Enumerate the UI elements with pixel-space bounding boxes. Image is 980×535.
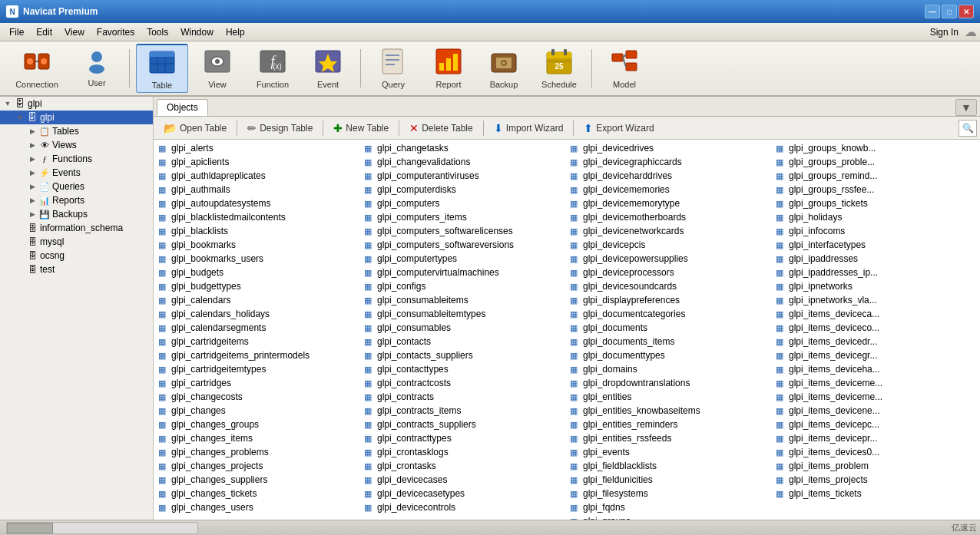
delete-table-button[interactable]: ✕ Delete Table: [402, 119, 480, 137]
new-table-button[interactable]: ✚ New Table: [326, 119, 396, 137]
table-row[interactable]: ▦glpi_groups_remind...: [773, 169, 978, 183]
table-row[interactable]: ▦glpi_items_devicedr...: [773, 335, 978, 348]
model-button[interactable]: Model: [598, 44, 651, 93]
scrollbar[interactable]: [6, 522, 198, 534]
table-row[interactable]: ▦glpi_computers: [361, 196, 567, 210]
search-button[interactable]: 🔍: [958, 120, 977, 137]
table-row[interactable]: ▦glpi_computervirtualmachines: [361, 266, 567, 279]
tree-item-test[interactable]: 🗄 test: [0, 263, 153, 276]
expand-backups[interactable]: ▶: [26, 210, 38, 218]
open-table-button[interactable]: 📂 Open Table: [157, 119, 233, 137]
table-row[interactable]: ▦glpi_documenttypes: [567, 348, 773, 362]
menu-window[interactable]: Window: [174, 25, 220, 40]
table-row[interactable]: ▦glpi_items_deviceme...: [773, 390, 978, 404]
table-row[interactable]: ▦glpi_consumableitemtypes: [361, 307, 567, 321]
table-row[interactable]: ▦glpi_changes_users: [155, 500, 361, 514]
table-row[interactable]: ▦glpi_groups_knowb...: [773, 141, 978, 155]
table-row[interactable]: ▦glpi_groups_tickets: [773, 196, 978, 210]
table-row[interactable]: ▦glpi_alerts: [155, 141, 361, 155]
tree-item-ocsng[interactable]: 🗄 ocsng: [0, 249, 153, 263]
table-row[interactable]: ▦glpi_items_devicepr...: [773, 431, 978, 445]
function-button[interactable]: f(x) Function: [247, 44, 299, 93]
table-row[interactable]: ▦glpi_calendars: [155, 293, 361, 307]
table-row[interactable]: ▦glpi_events: [567, 445, 773, 459]
table-row[interactable]: ▦glpi_groups_rssfee...: [773, 183, 978, 196]
table-row[interactable]: ▦glpi_changes_items: [155, 431, 361, 445]
table-row[interactable]: ▦glpi_devicesoundcards: [567, 279, 773, 293]
expand-glpi-root[interactable]: ▼: [2, 100, 14, 107]
table-row[interactable]: ▦glpi_entities_rssfeeds: [567, 431, 773, 445]
tree-item-backups[interactable]: ▶ 💾 Backups: [0, 207, 153, 221]
table-row[interactable]: ▦glpi_configs: [361, 279, 567, 293]
table-row[interactable]: ▦glpi_computertypes: [361, 252, 567, 266]
table-row[interactable]: ▦glpi_devicepcis: [567, 238, 773, 252]
menu-help[interactable]: Help: [220, 25, 251, 40]
event-button[interactable]: Event: [302, 44, 354, 93]
tree-item-events[interactable]: ▶ ⚡ Events: [0, 166, 153, 180]
table-row[interactable]: ▦glpi_devicenetworkcards: [567, 224, 773, 238]
table-row[interactable]: ▦glpi_ipnetworks: [773, 279, 978, 293]
table-row[interactable]: ▦glpi_items_problem: [773, 459, 978, 473]
tab-objects[interactable]: Objects: [157, 99, 208, 116]
table-row[interactable]: ▦glpi_entities: [567, 390, 773, 404]
export-wizard-button[interactable]: ⬆ Export Wizard: [577, 119, 661, 137]
table-row[interactable]: ▦glpi_contacts: [361, 335, 567, 348]
report-button[interactable]: Report: [422, 44, 475, 93]
design-table-button[interactable]: ✏ Design Table: [240, 119, 319, 137]
table-row[interactable]: ▦glpi_computers_softwareversions: [361, 238, 567, 252]
table-row[interactable]: ▦glpi_changecosts: [155, 390, 361, 404]
table-row[interactable]: ▦glpi_ipaddresses: [773, 252, 978, 266]
table-row[interactable]: ▦glpi_displaypreferences: [567, 293, 773, 307]
tree-item-tables[interactable]: ▶ 📋 Tables: [0, 124, 153, 138]
tree-item-functions[interactable]: ▶ ƒ Functions: [0, 152, 153, 166]
table-row[interactable]: ▦glpi_documentcategories: [567, 307, 773, 321]
schedule-button[interactable]: 25 Schedule: [533, 44, 585, 93]
table-row[interactable]: ▦glpi_bookmarks_users: [155, 252, 361, 266]
table-row[interactable]: ▦glpi_contractcosts: [361, 376, 567, 390]
table-row[interactable]: ▦glpi_filesystems: [567, 487, 773, 500]
table-row[interactable]: ▦glpi_authmails: [155, 183, 361, 196]
query-button[interactable]: Query: [367, 44, 419, 93]
table-row[interactable]: ▦glpi_devicememories: [567, 183, 773, 196]
table-row[interactable]: ▦glpi_contracts_items: [361, 404, 567, 418]
table-row[interactable]: ▦glpi_computerdisks: [361, 183, 567, 196]
table-row[interactable]: ▦glpi_budgettypes: [155, 279, 361, 293]
minimize-button[interactable]: —: [925, 5, 940, 18]
table-row[interactable]: ▦glpi_items_deviceca...: [773, 307, 978, 321]
table-row[interactable]: ▦glpi_computers_items: [361, 210, 567, 224]
scrollbar-thumb[interactable]: [7, 523, 53, 533]
table-row[interactable]: ▦glpi_groups: [567, 514, 773, 520]
table-row[interactable]: ▦glpi_items_devicene...: [773, 404, 978, 418]
table-row[interactable]: ▦glpi_items_devicegr...: [773, 348, 978, 362]
table-row[interactable]: ▦glpi_apiclients: [155, 155, 361, 169]
table-row[interactable]: ▦glpi_calendarsegments: [155, 321, 361, 335]
table-row[interactable]: ▦glpi_holidays: [773, 210, 978, 224]
tree-item-views[interactable]: ▶ 👁 Views: [0, 138, 153, 152]
menu-tools[interactable]: Tools: [141, 25, 174, 40]
table-row[interactable]: ▦glpi_changetasks: [361, 141, 567, 155]
table-row[interactable]: ▦glpi_changes_tickets: [155, 487, 361, 500]
table-row[interactable]: ▦glpi_blacklists: [155, 224, 361, 238]
table-row[interactable]: ▦glpi_interfacetypes: [773, 238, 978, 252]
table-row[interactable]: ▦glpi_autoupdatesystems: [155, 196, 361, 210]
backup-button[interactable]: Backup: [478, 44, 530, 93]
table-row[interactable]: ▦glpi_consumables: [361, 321, 567, 335]
table-row[interactable]: ▦glpi_ipnetworks_vla...: [773, 293, 978, 307]
table-row[interactable]: ▦glpi_bookmarks: [155, 238, 361, 252]
table-row[interactable]: ▦glpi_cartridgeitemtypes: [155, 362, 361, 376]
tree-item-glpi-root[interactable]: ▼ 🗄 glpi: [0, 97, 153, 111]
table-row[interactable]: ▦glpi_changes_projects: [155, 459, 361, 473]
tab-action-button[interactable]: ▼: [955, 99, 977, 116]
table-row[interactable]: ▦glpi_items_deviceme...: [773, 376, 978, 390]
connection-button[interactable]: Connection: [6, 44, 68, 93]
menu-file[interactable]: File: [3, 25, 30, 40]
table-row[interactable]: ▦glpi_devicecases: [361, 473, 567, 487]
table-row[interactable]: ▦glpi_entities_reminders: [567, 418, 773, 431]
menu-edit[interactable]: Edit: [30, 25, 58, 40]
import-wizard-button[interactable]: ⬇ Import Wizard: [487, 119, 571, 137]
close-button[interactable]: ✕: [958, 5, 974, 18]
table-row[interactable]: ▦glpi_cartridgeitems: [155, 335, 361, 348]
table-row[interactable]: ▦glpi_authldapreplicates: [155, 169, 361, 183]
table-row[interactable]: ▦glpi_computerantiviruses: [361, 169, 567, 183]
table-row[interactable]: ▦glpi_items_devices0...: [773, 445, 978, 459]
